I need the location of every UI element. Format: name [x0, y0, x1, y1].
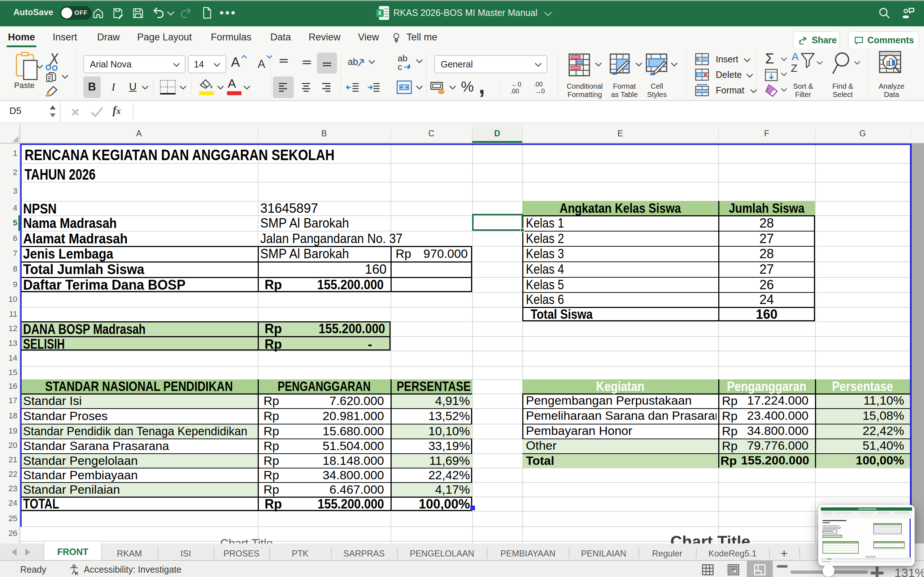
svg-text:c: c: [398, 62, 402, 71]
svg-text:→0: →0: [535, 88, 545, 95]
svg-text:.00: .00: [510, 88, 519, 95]
svg-text:ab: ab: [348, 56, 358, 67]
svg-text:.00: .00: [534, 81, 543, 88]
svg-text:ab: ab: [398, 53, 407, 63]
svg-text:←0: ←0: [512, 81, 522, 88]
